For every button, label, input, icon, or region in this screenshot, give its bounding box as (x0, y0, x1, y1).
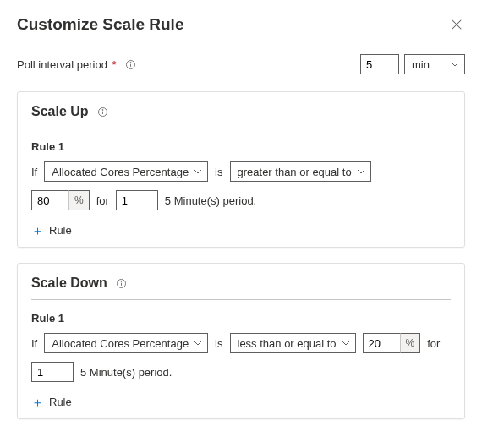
if-label: If (31, 337, 37, 350)
add-rule-label: Rule (49, 396, 72, 408)
for-label: for (427, 337, 440, 350)
scale-down-title: Scale Down (31, 276, 107, 291)
scale-up-threshold-input-wrap: % (31, 190, 90, 210)
scale-down-rule-label: Rule 1 (31, 312, 451, 325)
poll-interval-value-input[interactable] (360, 54, 399, 74)
svg-point-7 (102, 109, 103, 110)
scale-up-operator-select[interactable]: greater than or equal to (230, 161, 371, 182)
svg-point-10 (121, 281, 122, 281)
info-icon[interactable] (125, 58, 137, 70)
close-icon (451, 19, 463, 30)
scale-up-title: Scale Up (31, 104, 89, 119)
if-label: If (31, 166, 37, 178)
scale-down-threshold-input[interactable] (363, 333, 400, 353)
panel-header: Customize Scale Rule (17, 15, 465, 34)
scale-up-card: Scale Up Rule 1 If Allocated Cores Perce… (17, 91, 465, 248)
svg-point-4 (130, 62, 131, 63)
scale-up-period-input[interactable] (116, 190, 158, 210)
scale-down-period-input[interactable] (31, 362, 74, 382)
percent-unit: % (400, 333, 421, 353)
scale-up-header: Scale Up (31, 104, 451, 128)
add-rule-label: Rule (49, 224, 72, 237)
scale-up-threshold-row: % for 5 Minute(s) period. (31, 190, 451, 210)
page-title: Customize Scale Rule (17, 15, 183, 34)
scale-up-period-text: 5 Minute(s) period. (165, 194, 256, 207)
close-button[interactable] (448, 16, 465, 33)
scale-up-metric-select[interactable]: Allocated Cores Percentage (44, 161, 208, 182)
scale-up-condition-row: If Allocated Cores Percentage is greater… (31, 161, 451, 182)
scale-down-header: Scale Down (31, 276, 451, 300)
scale-down-period-text: 5 Minute(s) period. (80, 366, 172, 379)
required-asterisk: * (112, 58, 117, 71)
scale-down-metric-select[interactable]: Allocated Cores Percentage (44, 333, 208, 353)
scale-down-threshold-input-wrap: % (363, 333, 421, 353)
percent-unit: % (68, 190, 90, 210)
chevron-down-icon (194, 167, 202, 176)
is-label: is (215, 337, 222, 350)
info-icon[interactable] (116, 277, 128, 289)
scale-down-operator-select[interactable]: less than or equal to (230, 333, 356, 353)
scale-down-period-row: 5 Minute(s) period. (31, 362, 451, 382)
chevron-down-icon (357, 167, 365, 176)
poll-interval-label-text: Poll interval period (17, 58, 107, 71)
scale-up-rule-label: Rule 1 (31, 140, 451, 153)
poll-interval-unit-select[interactable]: min (404, 54, 465, 74)
scale-up-threshold-input[interactable] (31, 190, 68, 210)
plus-icon: ＋ (31, 396, 44, 408)
scale-down-condition-row: If Allocated Cores Percentage is less th… (31, 333, 451, 353)
chevron-down-icon (194, 339, 202, 347)
info-icon[interactable] (97, 106, 109, 117)
plus-icon: ＋ (31, 224, 44, 237)
poll-interval-unit-text: min (412, 58, 430, 71)
scale-down-operator-text: less than or equal to (238, 337, 337, 350)
scale-down-card: Scale Down Rule 1 If Allocated Cores Per… (17, 263, 465, 419)
chevron-down-icon (342, 339, 350, 347)
scale-down-add-rule-button[interactable]: ＋ Rule (31, 391, 451, 408)
scale-up-add-rule-button[interactable]: ＋ Rule (31, 219, 451, 237)
scale-up-operator-text: greater than or equal to (238, 166, 352, 178)
scale-down-metric-text: Allocated Cores Percentage (52, 337, 189, 350)
scale-up-metric-text: Allocated Cores Percentage (52, 166, 189, 178)
for-label: for (96, 194, 109, 207)
is-label: is (215, 166, 222, 178)
poll-interval-row: Poll interval period * min (17, 54, 465, 74)
poll-interval-label: Poll interval period * (17, 58, 117, 71)
chevron-down-icon (451, 60, 459, 68)
